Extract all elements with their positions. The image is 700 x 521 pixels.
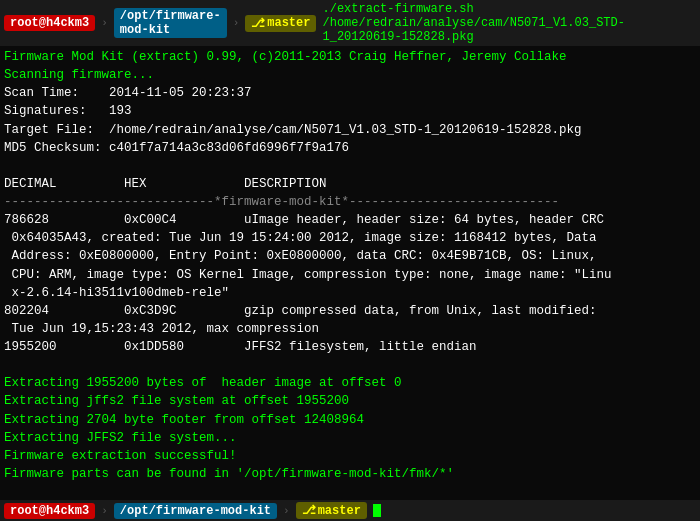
- line-uimage3: Address: 0xE0800000, Entry Point: 0xE080…: [4, 247, 696, 265]
- path-label-bottom: /opt/firmware-mod-kit: [120, 504, 271, 518]
- user-segment-bottom: root@h4ckm3: [4, 503, 95, 519]
- line-uimage4: CPU: ARM, image type: OS Kernel Image, c…: [4, 266, 696, 284]
- command-text: ./extract-firmware.sh /home/redrain/anal…: [322, 2, 696, 44]
- line-uimage2: 0x64035A43, created: Tue Jun 19 15:24:00…: [4, 229, 696, 247]
- title-bar-bottom: root@h4ckm3 › /opt/firmware-mod-kit › ⎇ …: [0, 500, 700, 521]
- line-1: Firmware Mod Kit (extract) 0.99, (c)2011…: [4, 48, 696, 66]
- line-target: Target File: /home/redrain/analyse/cam/N…: [4, 121, 696, 139]
- line-signatures: Signatures: 193: [4, 102, 696, 120]
- branch-label-top: master: [267, 16, 310, 30]
- branch-label-bottom: master: [318, 504, 361, 518]
- branch-icon-bottom: ⎇: [302, 503, 316, 518]
- user-label-bottom: root@h4ckm3: [10, 504, 89, 518]
- arrow-4: ›: [283, 505, 290, 517]
- line-jffs2: 1955200 0x1DD580 JFFS2 filesystem, littl…: [4, 338, 696, 356]
- line-md5: MD5 Checksum: c401f7a714a3c83d06fd6996f7…: [4, 139, 696, 157]
- line-extract2: Extracting jffs2 file system at offset 1…: [4, 392, 696, 410]
- user-label: root@h4ckm3: [10, 16, 89, 30]
- line-extract3: Extracting 2704 byte footer from offset …: [4, 411, 696, 429]
- line-extract4: Extracting JFFS2 file system...: [4, 429, 696, 447]
- branch-segment-bottom: ⎇ master: [296, 502, 367, 519]
- arrow-1: ›: [101, 17, 108, 29]
- line-extract1: Extracting 1955200 bytes of header image…: [4, 374, 696, 392]
- line-scantime: Scan Time: 2014-11-05 20:23:37: [4, 84, 696, 102]
- terminal-content[interactable]: Firmware Mod Kit (extract) 0.99, (c)2011…: [0, 46, 700, 500]
- cursor: [373, 504, 381, 517]
- line-blank2: [4, 356, 696, 374]
- arrow-2: ›: [233, 17, 240, 29]
- line-uimage1: 786628 0xC00C4 uImage header, header siz…: [4, 211, 696, 229]
- arrow-3: ›: [101, 505, 108, 517]
- user-segment: root@h4ckm3: [4, 15, 95, 31]
- line-uimage5: x-2.6.14-hi3511v100dmeb-rele": [4, 284, 696, 302]
- line-separator: ----------------------------*firmware-mo…: [4, 193, 696, 211]
- line-header: DECIMAL HEX DESCRIPTION: [4, 175, 696, 193]
- line-success: Firmware extraction successful!: [4, 447, 696, 465]
- path-label-top: /opt/firmware-mod-kit: [120, 9, 221, 37]
- line-gzip2: Tue Jun 19,15:23:43 2012, max compressio…: [4, 320, 696, 338]
- line-blank1: [4, 157, 696, 175]
- title-bar-top: root@h4ckm3 › /opt/firmware-mod-kit › ⎇ …: [0, 0, 700, 46]
- line-gzip1: 802204 0xC3D9C gzip compressed data, fro…: [4, 302, 696, 320]
- branch-icon-top: ⎇: [251, 16, 265, 31]
- line-scanning: Scanning firmware...: [4, 66, 696, 84]
- path-segment-bottom: /opt/firmware-mod-kit: [114, 503, 277, 519]
- terminal-window: root@h4ckm3 › /opt/firmware-mod-kit › ⎇ …: [0, 0, 700, 521]
- branch-segment-top: ⎇ master: [245, 15, 316, 32]
- line-found: Firmware parts can be found in '/opt/fir…: [4, 465, 696, 483]
- path-segment-top: /opt/firmware-mod-kit: [114, 8, 227, 38]
